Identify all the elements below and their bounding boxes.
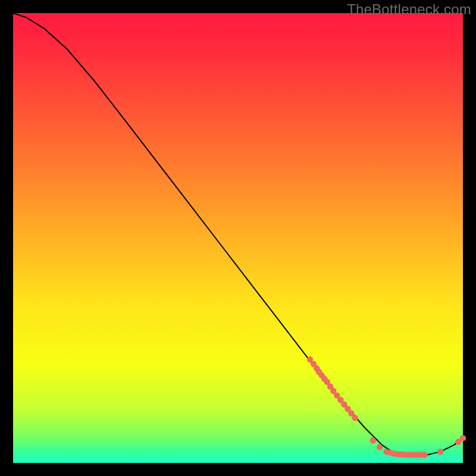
data-point — [437, 449, 443, 455]
data-point — [352, 415, 358, 421]
bottleneck-chart — [0, 0, 476, 476]
plot-background — [13, 13, 463, 463]
chart-container: TheBottleneck.com — [0, 0, 476, 476]
data-point — [370, 437, 376, 443]
data-point — [422, 452, 428, 458]
watermark-text: TheBottleneck.com — [347, 1, 471, 18]
data-point — [460, 435, 466, 441]
data-point — [377, 444, 383, 450]
